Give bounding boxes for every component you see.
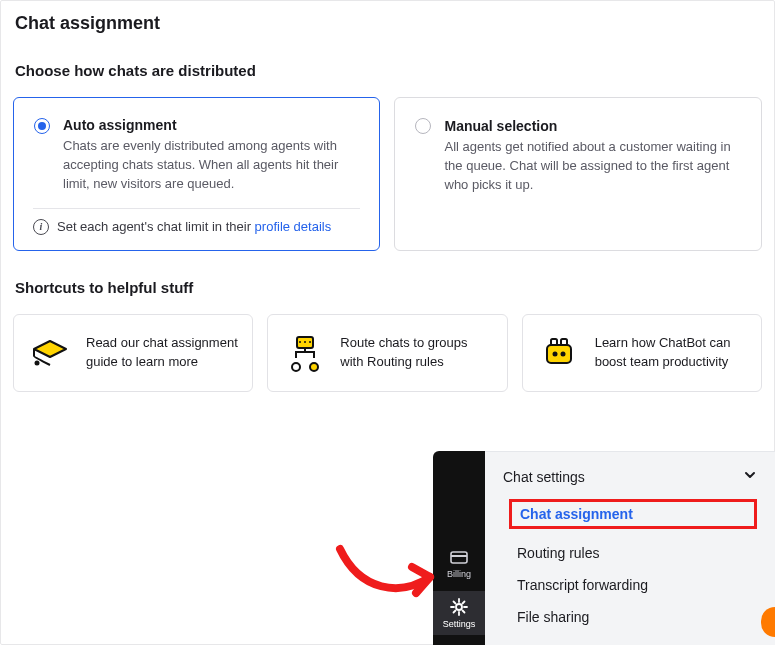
svg-point-9 <box>560 351 565 356</box>
settings-overlay: Billing Settings Chat settings Chat assi… <box>433 451 775 645</box>
panel-item-file-sharing[interactable]: File sharing <box>517 609 757 625</box>
chevron-down-icon <box>743 468 757 485</box>
svg-point-3 <box>304 341 306 343</box>
option-auto-assignment[interactable]: Auto assignment Chats are evenly distrib… <box>13 97 380 251</box>
profile-details-link[interactable]: profile details <box>255 219 332 234</box>
svg-point-4 <box>309 341 311 343</box>
svg-rect-7 <box>547 345 571 363</box>
shortcut-guide-text: Read our chat assignment guide to learn … <box>86 334 238 370</box>
option-auto-title: Auto assignment <box>63 117 360 133</box>
shortcut-cards: Read our chat assignment guide to learn … <box>13 314 762 392</box>
svg-point-8 <box>552 351 557 356</box>
option-auto-desc: Chats are evenly distributed among agent… <box>63 137 360 194</box>
distribution-options: Auto assignment Chats are evenly distrib… <box>13 97 762 251</box>
panel-item-chat-assignment[interactable]: Chat assignment <box>509 499 757 529</box>
distribute-heading: Choose how chats are distributed <box>15 62 762 79</box>
shortcut-guide[interactable]: Read our chat assignment guide to learn … <box>13 314 253 392</box>
svg-point-0 <box>35 360 40 365</box>
shortcut-chatbot[interactable]: Learn how ChatBot can boost team product… <box>522 314 762 392</box>
svg-rect-11 <box>561 339 567 345</box>
svg-point-14 <box>456 604 462 610</box>
panel-header[interactable]: Chat settings <box>503 468 757 485</box>
shortcut-chatbot-text: Learn how ChatBot can boost team product… <box>595 334 747 370</box>
option-manual-selection[interactable]: Manual selection All agents get notified… <box>394 97 763 251</box>
svg-rect-12 <box>451 552 467 563</box>
svg-point-2 <box>299 341 301 343</box>
panel-item-routing-rules[interactable]: Routing rules <box>517 545 757 561</box>
panel-items: Chat assignment Routing rules Transcript… <box>503 499 757 625</box>
shortcut-routing[interactable]: Route chats to groups with Routing rules <box>267 314 507 392</box>
option-auto-hint: i Set each agent's chat limit in their p… <box>63 219 360 235</box>
nav-billing[interactable]: Billing <box>433 541 485 585</box>
shortcut-routing-text: Route chats to groups with Routing rules <box>340 334 492 370</box>
robot-icon <box>537 331 581 375</box>
radio-selected-icon <box>34 118 50 134</box>
hint-prefix: Set each agent's chat limit in their <box>57 219 255 234</box>
chat-settings-panel: Chat settings Chat assignment Routing ru… <box>485 451 775 645</box>
svg-point-5 <box>292 363 300 371</box>
radio-unselected-icon <box>415 118 431 134</box>
svg-point-6 <box>310 363 318 371</box>
info-icon: i <box>33 219 49 235</box>
shortcuts-heading: Shortcuts to helpful stuff <box>15 279 762 296</box>
svg-rect-13 <box>451 555 467 557</box>
option-manual-title: Manual selection <box>445 118 742 134</box>
gear-icon <box>449 597 469 617</box>
svg-rect-10 <box>551 339 557 345</box>
graduation-cap-icon <box>28 331 72 375</box>
nav-settings[interactable]: Settings <box>433 591 485 635</box>
billing-icon <box>449 547 469 567</box>
page-title: Chat assignment <box>15 13 762 34</box>
routing-icon <box>282 331 326 375</box>
panel-item-transcript-forwarding[interactable]: Transcript forwarding <box>517 577 757 593</box>
nav-rail: Billing Settings <box>433 451 485 645</box>
option-manual-desc: All agents get notified about a customer… <box>445 138 742 195</box>
panel-header-label: Chat settings <box>503 469 585 485</box>
nav-settings-label: Settings <box>443 619 476 629</box>
nav-billing-label: Billing <box>447 569 471 579</box>
